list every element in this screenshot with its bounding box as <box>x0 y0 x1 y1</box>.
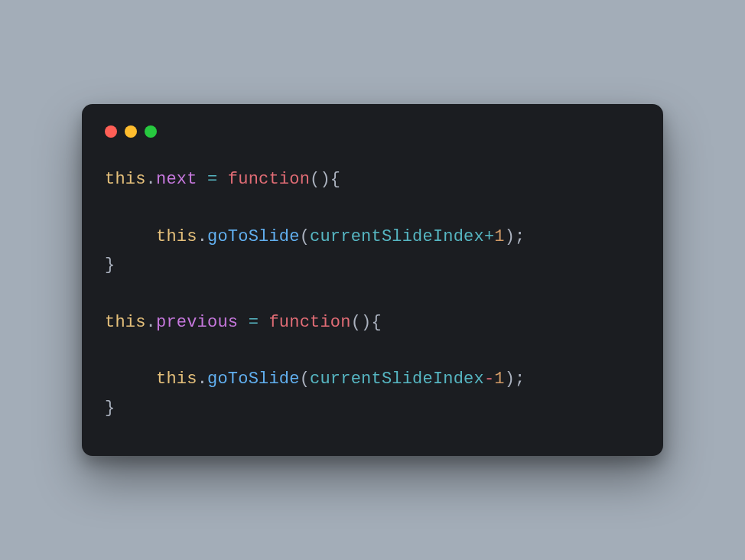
token-operator: + <box>484 227 494 246</box>
token-identifier: currentSlideIndex <box>310 227 484 246</box>
code-window: this.next = function(){ this.goToSlide(c… <box>82 104 663 457</box>
token-space <box>238 313 248 332</box>
token-space <box>259 313 268 332</box>
token-punct: ( <box>300 227 310 246</box>
token-dot: . <box>197 227 207 246</box>
close-icon[interactable] <box>105 125 117 138</box>
minimize-icon[interactable] <box>125 125 137 138</box>
token-dot: . <box>197 370 207 389</box>
token-keyword: function <box>228 170 310 189</box>
token-this: this <box>156 370 197 389</box>
code-line-1: this.next = function(){ <box>105 170 340 189</box>
code-line-8: this.goToSlide(currentSlideIndex-1); <box>105 370 525 389</box>
code-line-4: } <box>105 256 115 275</box>
code-line-3: this.goToSlide(currentSlideIndex+1); <box>105 227 525 246</box>
token-space <box>217 170 227 189</box>
token-this: this <box>156 227 197 246</box>
token-identifier: currentSlideIndex <box>310 370 484 389</box>
token-number: 1 <box>494 227 504 246</box>
token-this: this <box>105 170 146 189</box>
token-punct: ); <box>505 370 525 389</box>
token-punct: ); <box>505 227 525 246</box>
token-property: next <box>156 170 197 189</box>
token-dot: . <box>146 170 156 189</box>
token-equals: = <box>207 170 217 189</box>
token-dot: . <box>146 313 156 332</box>
token-operator: - <box>484 370 494 389</box>
zoom-icon[interactable] <box>145 125 157 138</box>
token-method: goToSlide <box>207 227 300 246</box>
token-punct: (){ <box>351 313 382 332</box>
token-this: this <box>105 313 146 332</box>
code-line-9: } <box>105 399 115 418</box>
token-indent <box>105 227 156 246</box>
token-method: goToSlide <box>207 370 300 389</box>
window-titlebar <box>105 125 640 138</box>
code-block: this.next = function(){ this.goToSlide(c… <box>105 165 640 423</box>
token-equals: = <box>249 313 259 332</box>
token-punct: (){ <box>310 170 340 189</box>
code-line-6: this.previous = function(){ <box>105 313 382 332</box>
token-keyword: function <box>268 313 350 332</box>
token-space <box>197 170 207 189</box>
token-number: 1 <box>494 370 504 389</box>
token-punct: ( <box>300 370 310 389</box>
token-indent <box>105 370 156 389</box>
token-property: previous <box>156 313 238 332</box>
